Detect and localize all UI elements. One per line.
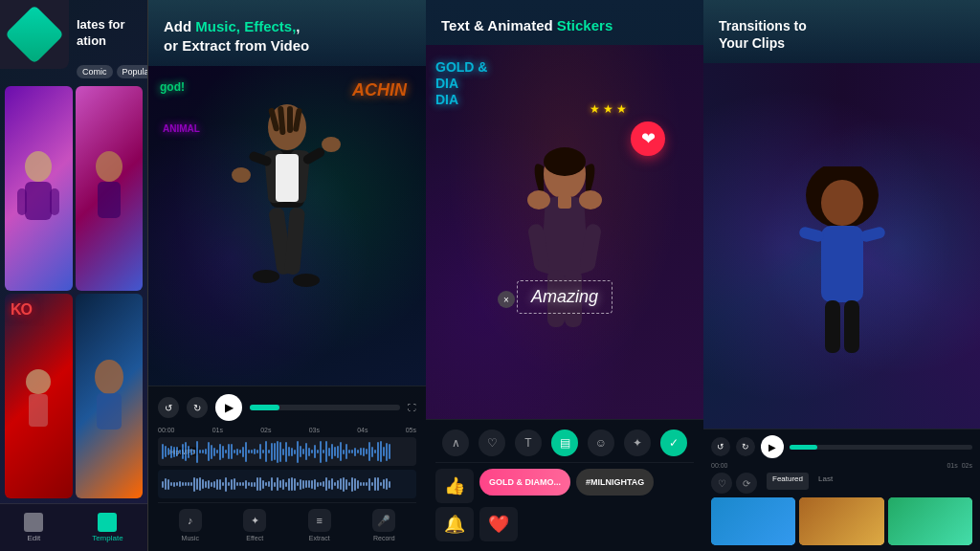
svg-rect-29	[558, 195, 571, 209]
person-2	[76, 86, 144, 291]
tag-comic[interactable]: Comic	[77, 65, 113, 78]
tool-extract[interactable]: ≡ Extract	[308, 509, 331, 541]
check-btn[interactable]: ✓	[660, 430, 687, 456]
neon-achin: ACHIN	[352, 80, 407, 100]
p4-heart-btn[interactable]: ♡	[711, 473, 732, 494]
record-icon: 🎤	[372, 509, 395, 532]
waveform-bars-2	[158, 470, 416, 498]
text-btn[interactable]: T	[515, 430, 542, 456]
svg-point-32	[527, 190, 550, 209]
time-labels: 00:00 01s 02s 03s 04s 05s	[158, 427, 416, 433]
person-3	[5, 294, 73, 498]
title-from: from Video	[234, 37, 309, 54]
panel3-title: Text & Animated Stickers	[441, 17, 688, 33]
tag-popular[interactable]: Popular	[117, 65, 148, 78]
timeline-progress	[250, 405, 279, 410]
svg-rect-5	[98, 182, 121, 218]
svg-rect-13	[287, 106, 293, 133]
time-5: 05s	[406, 427, 416, 433]
title-comma: ,	[296, 18, 300, 34]
svg-point-8	[95, 360, 123, 394]
tool-record[interactable]: 🎤 Record	[372, 509, 395, 541]
sticker-btn[interactable]: ▤	[551, 430, 578, 456]
close-text-button[interactable]: ×	[498, 291, 515, 308]
panel-templates: lates for ation Comic Popular	[0, 0, 148, 551]
title-and-animated: & Animated	[474, 17, 557, 33]
panel3-photo: GOLD &DIADIA	[426, 45, 703, 419]
svg-point-28	[544, 147, 586, 176]
title-or: or	[164, 37, 182, 54]
photo-cell-4[interactable]	[76, 294, 144, 498]
screen-container: lates for ation Comic Popular	[0, 0, 980, 551]
sticker-row-2: 🔔 ❤️	[435, 507, 694, 541]
tool-music[interactable]: ♪ Music	[179, 509, 202, 541]
svg-rect-2	[17, 188, 27, 215]
template-icon	[98, 513, 117, 532]
p4-undo[interactable]: ↺	[711, 437, 730, 456]
gold-chip[interactable]: GOLD & DIAMO...	[479, 469, 570, 496]
photo-cell-3[interactable]: KO	[5, 294, 73, 498]
hashtag-chip[interactable]: #MILNIGHTAG	[576, 469, 654, 496]
svg-rect-1	[25, 182, 52, 220]
star-2: ★	[603, 102, 613, 116]
emoji-btn[interactable]: ☺	[588, 430, 614, 456]
person-1	[5, 86, 73, 291]
neon-god: god!	[160, 80, 185, 96]
header-text: lates for	[77, 17, 125, 32]
transition-thumbs	[711, 497, 972, 545]
p4-timeline[interactable]	[790, 445, 972, 450]
heart-btn[interactable]: ♡	[479, 430, 505, 456]
svg-point-26	[293, 274, 320, 287]
title-extract: Extract	[182, 37, 231, 54]
title-your-clips: Your Clips	[719, 35, 785, 51]
title-text: Text	[441, 17, 470, 33]
nav-template[interactable]: Template	[92, 513, 122, 542]
svg-point-21	[232, 167, 251, 183]
sticker-row-1: 👍 GOLD & DIAMO... #MILNIGHTAG	[435, 469, 694, 503]
time-2: 02s	[260, 427, 271, 433]
panel1-tags: Comic Popular	[77, 65, 148, 78]
undo-button[interactable]: ↺	[158, 397, 179, 418]
extract-icon: ≡	[308, 509, 331, 532]
trans-thumb-2[interactable]	[799, 497, 883, 545]
tool-record-label: Record	[373, 535, 395, 541]
fullscreen-icon[interactable]: ⛶	[408, 403, 416, 412]
trans-thumb-3[interactable]	[888, 497, 972, 545]
redo-button[interactable]: ↻	[187, 397, 208, 418]
effects-btn[interactable]: ✦	[624, 430, 651, 456]
panel3-controls: ∧ ♡ T ▤ ☺ ✦ ✓ 👍 GOLD & DIAMO... #MILNIGH…	[426, 419, 703, 551]
svg-rect-41	[825, 300, 840, 353]
neon-animal: ANIMAL	[163, 123, 200, 134]
tool-extract-label: Extract	[309, 535, 330, 541]
photo-cell-1[interactable]	[5, 86, 73, 291]
bottom-nav: Edit Template	[0, 503, 147, 551]
p4-rotate-btn[interactable]: ⟳	[736, 473, 757, 494]
p4-toolbar-icons: ♡ ⟳ Featured Last	[711, 473, 972, 494]
nav-edit[interactable]: Edit	[24, 513, 43, 542]
timeline-bar[interactable]	[250, 405, 400, 410]
heart-sticker-2[interactable]: ❤️	[479, 507, 518, 541]
svg-rect-18	[276, 154, 299, 202]
panel2-header: Add Music, Effects,, or Extract from Vid…	[148, 0, 426, 66]
panel2-controls: ↺ ↻ ▶ ⛶ 00:00 01s 02s 03s 04s 05s Hip.MP…	[148, 386, 426, 551]
nav-template-label: Template	[92, 534, 122, 542]
star-1: ★	[590, 102, 600, 116]
play-button[interactable]: ▶	[215, 394, 242, 421]
panel-transitions: Transitions to Your Clips	[703, 0, 980, 551]
amazing-text[interactable]: Amazing	[517, 280, 612, 314]
tab-featured[interactable]: Featured	[767, 473, 809, 490]
p4-play[interactable]: ▶	[761, 435, 784, 458]
chevron-up-btn[interactable]: ∧	[442, 430, 469, 456]
svg-rect-20	[301, 146, 326, 166]
panel2-title: Add Music, Effects,, or Extract from Vid…	[164, 17, 411, 55]
bell-sticker[interactable]: 🔔	[435, 507, 474, 541]
trans-thumb-1[interactable]	[711, 497, 795, 545]
thumbsup-sticker[interactable]: 👍	[435, 469, 474, 503]
p4-redo[interactable]: ↻	[736, 437, 755, 456]
tab-last[interactable]: Last	[813, 473, 838, 490]
tool-effect[interactable]: ✦ Effect	[243, 509, 266, 541]
title-stickers: Stickers	[557, 17, 612, 33]
svg-point-4	[96, 151, 122, 182]
svg-rect-9	[97, 393, 122, 430]
photo-cell-2[interactable]	[76, 86, 144, 291]
